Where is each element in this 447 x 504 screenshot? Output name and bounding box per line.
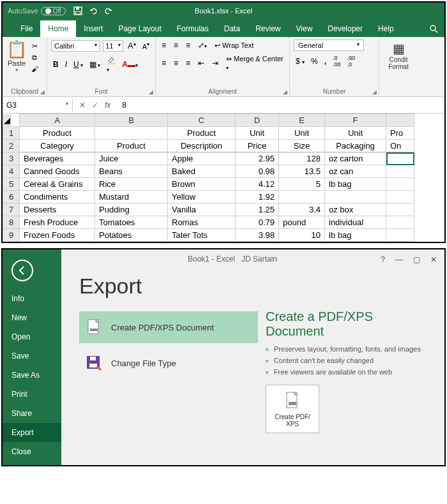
row-header-4[interactable]: 4 (3, 165, 20, 178)
copy-icon[interactable]: ⧉ (29, 52, 40, 63)
row-header-2[interactable]: 2 (3, 140, 20, 152)
cell[interactable]: Product (168, 127, 236, 140)
cell[interactable]: 0.79 (236, 216, 279, 229)
row-header-9[interactable]: 9 (3, 229, 20, 242)
cell[interactable]: Packaging (325, 140, 386, 152)
underline-button[interactable]: U ▾ (72, 59, 85, 70)
sidebar-item-open[interactable]: Open (3, 327, 61, 346)
cell[interactable]: Pro (386, 127, 414, 140)
formula-bar-input[interactable]: 8 (117, 99, 132, 112)
cell[interactable] (386, 229, 414, 242)
sidebar-item-info[interactable]: Info (3, 289, 61, 308)
fx-icon[interactable]: fx (105, 101, 110, 110)
cut-icon[interactable]: ✂ (29, 41, 40, 51)
sidebar-item-new[interactable]: New (3, 308, 61, 327)
align-middle-icon[interactable]: ≡ (172, 40, 180, 51)
col-header-A[interactable]: A (20, 114, 95, 127)
cell[interactable]: Beverages (20, 152, 95, 165)
paste-button[interactable]: 📋 Paste ▾ (6, 40, 27, 74)
accounting-format-button[interactable]: $ ▾ (294, 56, 307, 67)
cell[interactable]: Unit (279, 127, 325, 140)
increase-font-icon[interactable]: A▴ (126, 40, 138, 52)
tab-data[interactable]: Data (216, 20, 248, 37)
cell[interactable]: Tater Tots (168, 229, 236, 242)
row-header-3[interactable]: 3 (3, 152, 20, 165)
fill-color-button[interactable]: ▾ (105, 54, 117, 75)
cell[interactable] (386, 178, 414, 191)
cell[interactable]: 2.95 (236, 152, 279, 165)
clipboard-dialog-launcher[interactable]: ◢ (40, 89, 45, 95)
bold-button[interactable]: B (51, 59, 61, 70)
sidebar-item-export[interactable]: Export (3, 423, 61, 442)
cell[interactable]: oz carton (325, 152, 386, 165)
font-name-combo[interactable]: Calibri▾ (51, 40, 100, 52)
format-painter-icon[interactable]: 🖌 (29, 64, 40, 74)
border-button[interactable]: ▦ ▾ (87, 59, 102, 70)
col-header-D[interactable]: D (236, 114, 279, 127)
tab-home[interactable]: Home (40, 20, 76, 37)
close-icon[interactable]: ✕ (430, 255, 437, 264)
row-header-5[interactable]: 5 (3, 178, 20, 191)
cell[interactable]: Beans (95, 165, 168, 178)
alignment-dialog-launcher[interactable]: ◢ (283, 89, 287, 95)
worksheet-grid[interactable]: ◢ A B C D E F 1 Product Product Unit Uni… (3, 114, 414, 242)
name-box[interactable]: G3▾ (3, 99, 73, 112)
cell[interactable]: Romas (168, 216, 236, 229)
cell[interactable]: Unit (236, 127, 279, 140)
tab-view[interactable]: View (289, 20, 321, 37)
number-format-combo[interactable]: General▾ (294, 40, 364, 51)
decrease-indent-icon[interactable]: ⇤ (196, 57, 206, 69)
save-icon[interactable] (73, 6, 82, 15)
align-right-icon[interactable]: ≡ (184, 57, 192, 69)
help-icon[interactable]: ? (381, 255, 385, 264)
orientation-icon[interactable]: ⤢▾ (196, 40, 209, 51)
select-all-corner[interactable]: ◢ (3, 115, 11, 126)
cell[interactable]: lb bag (325, 229, 386, 242)
tab-developer[interactable]: Developer (320, 20, 370, 37)
wrap-text-button[interactable]: ↩ Wrap Text (213, 40, 255, 51)
cell[interactable]: 0.98 (236, 165, 279, 178)
percent-format-button[interactable]: % (309, 56, 320, 67)
cell[interactable]: Potatoes (95, 229, 168, 242)
cell[interactable]: Size (279, 140, 325, 152)
font-color-button[interactable]: A▾ (120, 59, 140, 70)
cell[interactable]: Desserts (20, 204, 95, 216)
sidebar-item-close[interactable]: Close (3, 442, 61, 461)
row-header-6[interactable]: 6 (3, 191, 20, 204)
create-pdf-xps-button[interactable]: Create PDF/ XPS (266, 385, 319, 433)
cell[interactable]: Description (168, 140, 236, 152)
cell[interactable]: Baked (168, 165, 236, 178)
row-header-8[interactable]: 8 (3, 216, 20, 229)
cell[interactable] (386, 216, 414, 229)
cell[interactable]: Frozen Foods (20, 229, 95, 242)
cell[interactable]: Condiments (20, 191, 95, 204)
cell[interactable]: Apple (168, 152, 236, 165)
cell[interactable]: lb bag (325, 178, 386, 191)
restore-icon[interactable]: ▢ (413, 255, 420, 264)
cell[interactable]: Mustard (95, 191, 168, 204)
cell[interactable]: Vanilla (168, 204, 236, 216)
cell[interactable]: Yellow (168, 191, 236, 204)
col-header-E[interactable]: E (279, 114, 325, 127)
cell[interactable]: Canned Goods (20, 165, 95, 178)
option-create-pdf-xps[interactable]: Create PDF/XPS Document (79, 311, 258, 343)
align-top-icon[interactable]: ≡ (160, 40, 168, 51)
sidebar-item-print[interactable]: Print (3, 385, 61, 404)
cell[interactable]: Unit (325, 127, 386, 140)
cell[interactable]: Tomatoes (95, 216, 168, 229)
minimize-icon[interactable]: — (395, 255, 403, 264)
redo-icon[interactable] (104, 6, 113, 15)
enter-formula-icon[interactable]: ✓ (92, 101, 98, 110)
cell[interactable] (386, 191, 414, 204)
cell[interactable] (325, 191, 386, 204)
active-cell-G3[interactable] (386, 152, 414, 165)
cell[interactable]: Product (20, 127, 95, 140)
cell[interactable]: 128 (279, 152, 325, 165)
tab-formulas[interactable]: Formulas (169, 20, 216, 37)
tell-me-search-icon[interactable] (423, 20, 444, 37)
cell[interactable]: 5 (279, 178, 325, 191)
cell[interactable]: Juice (95, 152, 168, 165)
align-left-icon[interactable]: ≡ (160, 57, 168, 69)
col-header-C[interactable]: C (168, 114, 236, 127)
cell[interactable]: 3.4 (279, 204, 325, 216)
